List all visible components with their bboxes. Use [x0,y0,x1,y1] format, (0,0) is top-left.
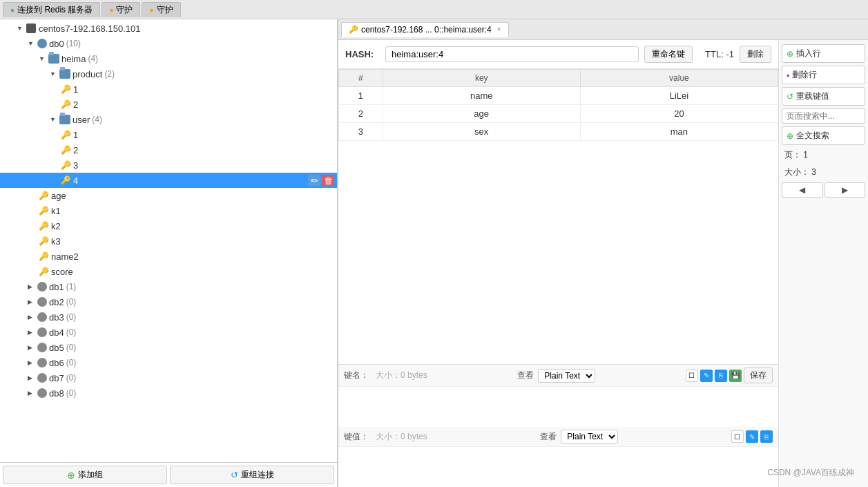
page-navigation: ◀ ▶ [782,182,865,198]
key-value-textarea[interactable] [338,447,778,485]
key-value-header: 键值： 大小：0 bytes 查看 Plain Text ☐ ✎ ⎘ [338,427,778,447]
sidebar-item-user-3[interactable]: 🔑 3 [0,157,337,173]
reload-button[interactable]: ↺ 重载键值 [782,87,865,106]
cell-value: 20 [580,105,778,123]
sidebar-item-score[interactable]: 🔑 score [0,264,337,279]
sidebar-item-user-4[interactable]: 🔑 4 ✏ 🗑 [0,173,337,188]
user-4-key-icon: 🔑 [61,175,71,185]
cell-num: 1 [339,87,383,105]
tab-guard-1[interactable]: ● 守护 [102,2,140,17]
content-main: HASH: 重命名键 TTL: -1 删除 # key [338,40,868,487]
sidebar-item-server[interactable]: ▼ centos7-192.168.150.101 [0,21,337,36]
sidebar-item-age[interactable]: 🔑 age [0,188,337,203]
table-row[interactable]: 1 name LiLei [339,87,778,105]
orange-dot-icon-1: ● [109,6,113,14]
sidebar-item-heima[interactable]: ▼ heima (4) [0,51,337,66]
edit-icon[interactable]: ✏ [308,175,320,186]
rename-key-button[interactable]: 重命名键 [644,46,693,63]
delete-row-label: 删除行 [792,69,817,81]
user-2-key-icon: 🔑 [61,145,71,155]
orange-dot-icon-2: ● [149,6,153,14]
db8-label: db8 [49,388,64,399]
product-label: product [73,69,102,79]
sidebar-item-user[interactable]: ▼ user (4) [0,112,337,127]
k2-key-icon: 🔑 [39,221,49,231]
key-value-label: 键值： [344,431,372,443]
product-1-label: 1 [73,84,78,95]
reconnect-button[interactable]: ↺ 重组连接 [170,466,334,484]
content-tab-close[interactable]: × [497,26,501,33]
key-name-icon2[interactable]: ✎ [700,370,713,382]
sidebar-item-db7[interactable]: ▶ db7 (0) [0,370,337,385]
sidebar-item-user-2[interactable]: 🔑 2 [0,142,337,157]
cell-value: LiLei [580,87,778,105]
right-panel: ⊕ 插入行 ▪ 删除行 ↺ 重载键值 ⊕ 全文搜索 页： [778,40,868,487]
key-value-icon3[interactable]: ⎘ [760,430,773,443]
insert-row-button[interactable]: ⊕ 插入行 [782,44,865,63]
table-row[interactable]: 2 age 20 [339,105,778,123]
sidebar-item-name2[interactable]: 🔑 name2 [0,249,337,264]
db8-count: (0) [66,388,77,398]
sidebar-item-db3[interactable]: ▶ db3 (0) [0,309,337,325]
user-2-label: 2 [73,145,78,155]
sidebar-item-db6[interactable]: ▶ db6 (0) [0,355,337,370]
cell-value: man [580,123,778,141]
hash-table-area: # key value 1 name LiLei 2 age 20 3 sex … [338,69,778,364]
sidebar-item-user-1[interactable]: 🔑 1 [0,127,337,142]
green-dot-icon: ● [10,6,15,14]
db0-count: (10) [66,39,81,48]
tab-redis-connect[interactable]: ● 连接到 Redis 服务器 [3,2,100,17]
name2-key-icon: 🔑 [39,251,49,261]
hash-key-input[interactable] [385,46,639,62]
prev-page-button[interactable]: ◀ [782,182,823,198]
delete-key-button[interactable]: 删除 [740,46,771,63]
db5-label: db5 [49,343,64,353]
sidebar-item-product-2[interactable]: 🔑 2 [0,97,337,112]
content-tab-user4[interactable]: 🔑 centos7-192.168 ... 0::heima:user:4 × [341,22,509,37]
key-name-panel: 键名： 大小：0 bytes 查看 Plain Text ☐ ✎ ⎘ 💾 [338,365,778,427]
user-4-actions: ✏ 🗑 [308,175,334,186]
sidebar-item-product-1[interactable]: 🔑 1 [0,82,337,97]
sidebar-item-k3[interactable]: 🔑 k3 [0,233,337,249]
insert-row-label: 插入行 [796,48,821,59]
key-name-icon4[interactable]: 💾 [729,370,742,382]
db1-label: db1 [49,282,64,292]
col-header-value: value [580,70,778,87]
user-label: user [73,115,90,125]
sidebar-item-db4[interactable]: ▶ db4 (0) [0,325,337,340]
reload-icon: ↺ [787,92,793,102]
sidebar-item-db5[interactable]: ▶ db5 (0) [0,340,337,355]
sidebar-item-db8[interactable]: ▶ db8 (0) [0,385,337,401]
db3-icon [37,312,47,322]
key-value-icon1[interactable]: ☐ [731,430,744,443]
tab-guard-2[interactable]: ● 守护 [142,2,180,17]
sidebar-item-k2[interactable]: 🔑 k2 [0,218,337,233]
page-search-input[interactable] [782,108,865,124]
delete-icon[interactable]: 🗑 [322,175,334,186]
full-search-button[interactable]: ⊕ 全文搜索 [782,126,865,145]
key-name-format-select[interactable]: Plain Text [538,369,595,383]
key-name-icon1[interactable]: ☐ [686,370,698,382]
key-name-textarea[interactable] [338,387,778,425]
table-row[interactable]: 3 sex man [339,123,778,141]
sidebar-item-product[interactable]: ▼ product (2) [0,66,337,82]
key-value-panel: 键值： 大小：0 bytes 查看 Plain Text ☐ ✎ ⎘ [338,427,778,487]
next-page-button[interactable]: ▶ [824,182,866,198]
add-group-button[interactable]: ⊕ 添加组 [3,466,167,484]
db2-icon [37,297,47,307]
sidebar-item-k1[interactable]: 🔑 k1 [0,203,337,218]
key-name-save-button[interactable]: 保存 [744,367,773,383]
sidebar-item-db1[interactable]: ▶ db1 (1) [0,279,337,294]
user-4-label: 4 [73,175,78,186]
insert-row-icon: ⊕ [787,49,793,59]
key-name-header: 键名： 大小：0 bytes 查看 Plain Text ☐ ✎ ⎘ 💾 [338,365,778,387]
key-name-icon3[interactable]: ⎘ [715,370,727,382]
sidebar-item-db0[interactable]: ▼ db0 (10) [0,36,337,51]
cell-key: age [383,105,580,123]
db6-count: (0) [66,358,77,367]
key-value-format-select[interactable]: Plain Text [561,430,618,443]
key-value-icon2[interactable]: ✎ [746,430,758,443]
sidebar-item-db2[interactable]: ▶ db2 (0) [0,294,337,309]
delete-row-button[interactable]: ▪ 删除行 [782,66,865,84]
reconnect-label: 重组连接 [241,469,274,481]
